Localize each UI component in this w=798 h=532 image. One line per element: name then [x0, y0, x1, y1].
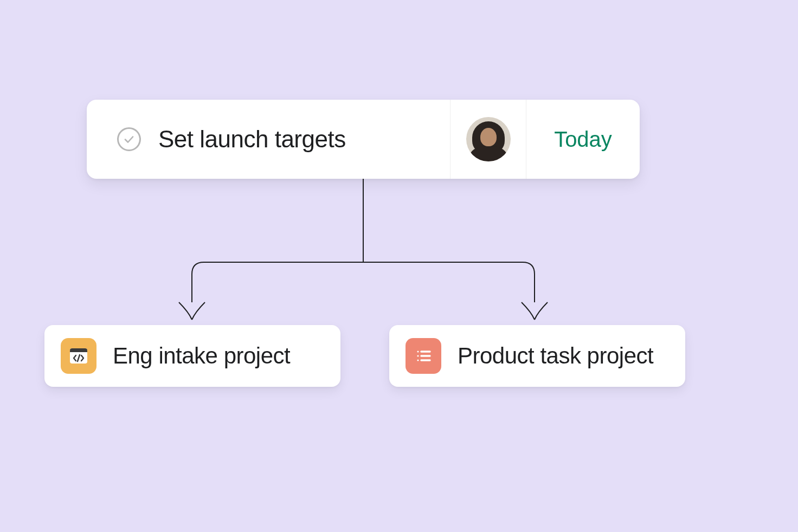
task-main-cell: Set launch targets — [87, 100, 450, 179]
project-card-product-task[interactable]: Product task project — [389, 325, 685, 387]
project-title: Eng intake project — [113, 343, 290, 369]
project-card-eng-intake[interactable]: Eng intake project — [44, 325, 340, 387]
svg-point-4 — [417, 355, 419, 356]
complete-checkmark-icon[interactable] — [117, 127, 141, 151]
connector-lines — [0, 0, 798, 532]
project-title: Product task project — [458, 343, 653, 369]
due-date-label: Today — [554, 127, 612, 152]
avatar-icon — [466, 117, 511, 161]
task-card[interactable]: Set launch targets Today — [87, 100, 640, 179]
svg-point-5 — [417, 359, 419, 361]
svg-point-3 — [417, 351, 419, 352]
code-window-icon — [61, 338, 96, 374]
svg-rect-2 — [70, 351, 87, 352]
task-due-cell[interactable]: Today — [526, 100, 640, 179]
task-title: Set launch targets — [158, 126, 346, 153]
list-icon — [406, 338, 441, 374]
task-assignee-cell[interactable] — [450, 100, 526, 179]
